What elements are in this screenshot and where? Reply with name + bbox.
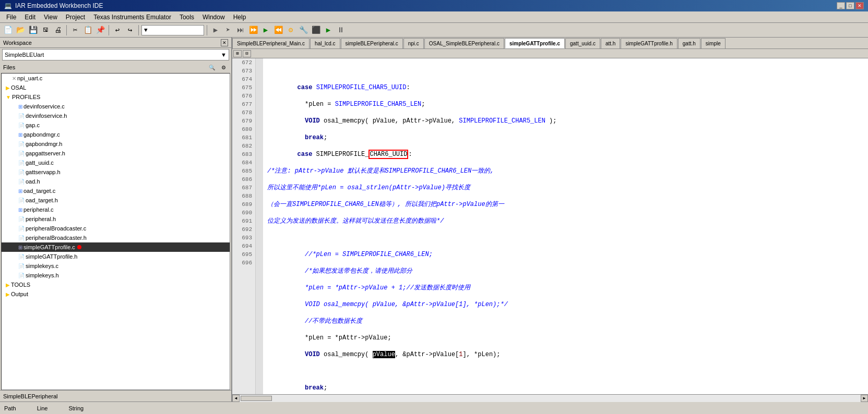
tab-main-c[interactable]: SimpleBLEPeripheral_Main.c: [232, 38, 310, 48]
menu-tools[interactable]: Tools: [175, 13, 198, 22]
ln-687: 687: [232, 184, 255, 192]
tb-btn-10[interactable]: ▶: [323, 25, 334, 36]
editor-btn-2[interactable]: ⊟: [243, 50, 251, 57]
tb-btn-6[interactable]: ⏪: [272, 25, 284, 36]
tree-tools[interactable]: ▶ TOOLS: [2, 280, 230, 289]
save-button[interactable]: 💾: [27, 25, 39, 36]
menu-project[interactable]: Project: [62, 13, 89, 22]
code-line-684: /*如果想发送带包长度，请使用此部分: [267, 267, 868, 275]
cut-button[interactable]: ✂: [69, 25, 81, 36]
status-path: Path: [4, 405, 16, 411]
tree-output[interactable]: ▶ Output: [2, 289, 230, 299]
tree-devinfoservice-h[interactable]: 📄 devinfoservice.h: [2, 111, 230, 120]
files-icon-1[interactable]: 🔍: [207, 63, 217, 72]
tree-oad-h[interactable]: 📄 oad.h: [2, 177, 230, 186]
tb-btn-9[interactable]: ⬛: [310, 25, 322, 36]
print-button[interactable]: 🖨: [52, 25, 64, 36]
tree-peripheralBroadcaster-h[interactable]: 📄 peripheralBroadcaster.h: [2, 233, 230, 242]
tree-npi-uart[interactable]: ✕ npi_uart.c: [2, 74, 230, 83]
paste-button[interactable]: 📌: [94, 25, 106, 36]
tb-btn-2[interactable]: ➤: [222, 25, 234, 36]
tree-item-label: peripheralBroadcaster.c: [26, 225, 86, 232]
hscroll-right[interactable]: ▶: [861, 395, 868, 402]
tab-att-h[interactable]: att.h: [601, 38, 620, 48]
tree-profiles[interactable]: ▼ PROFILES: [2, 92, 230, 102]
horizontal-scrollbar[interactable]: ◀ ▶: [232, 394, 868, 401]
tab-gatt-h[interactable]: gatt.h: [678, 38, 700, 48]
files-header: Files 🔍 ⚙: [0, 62, 231, 73]
tree-peripheral-c[interactable]: ⊞ peripheral.c: [2, 205, 230, 214]
menu-help[interactable]: Help: [229, 13, 251, 22]
tree-gapbondmgr-h[interactable]: 📄 gapbondmgr.h: [2, 139, 230, 149]
tree-peripheral-h[interactable]: 📄 peripheral.h: [2, 214, 230, 224]
hscroll-track[interactable]: [240, 395, 861, 402]
tree-gapgattserver-h[interactable]: 📄 gapgattserver.h: [2, 149, 230, 158]
tab-osal[interactable]: OSAL_SimpleBLEPeripheral.c: [424, 38, 504, 48]
tree-gatt-uuid-c[interactable]: 📄 gatt_uuid.c: [2, 158, 230, 167]
redo-button[interactable]: ↪: [124, 25, 136, 36]
tab-simple-gatt[interactable]: simpleGATTprofile.c: [505, 38, 565, 48]
maximize-button[interactable]: □: [846, 2, 854, 9]
sep4: [207, 25, 207, 35]
tab-gatt-uuid[interactable]: gatt_uuid.c: [565, 38, 600, 48]
copy-button[interactable]: 📋: [82, 25, 93, 36]
files-icon-2[interactable]: ⚙: [219, 63, 228, 72]
ln-686: 686: [232, 175, 255, 184]
menu-file[interactable]: File: [2, 13, 20, 22]
tb-btn-3[interactable]: ⏭: [235, 25, 246, 36]
bp-694: [256, 242, 263, 250]
tree-item-label: oad_target.c: [23, 188, 55, 194]
tb-btn-5[interactable]: ▶: [260, 25, 271, 36]
tab-simple[interactable]: simple: [701, 38, 726, 48]
workspace-dropdown[interactable]: SimpleBLEUart ▼: [2, 49, 229, 60]
open-button[interactable]: 📂: [15, 25, 26, 36]
tree-simpleGATTprofile-h[interactable]: 📄 simpleGATTprofile.h: [2, 252, 230, 261]
tree-item-label: gap.c: [26, 122, 40, 128]
save-all-button[interactable]: 🖫: [40, 25, 51, 36]
code-editor[interactable]: case SIMPLEPROFILE_CHAR5_UUID: *pLen = S…: [263, 58, 868, 394]
editor-btn-1[interactable]: ⊞: [233, 50, 242, 57]
code-line-682: [267, 234, 868, 242]
tree-simplekeys-h[interactable]: 📄 simplekeys.h: [2, 271, 230, 280]
tree-oad-target-c[interactable]: ⊞ oad_target.c: [2, 186, 230, 196]
tree-simplekeys-c[interactable]: 📄 simplekeys.c: [2, 261, 230, 271]
tree-osal[interactable]: ▶ OSAL: [2, 83, 230, 92]
minimize-button[interactable]: _: [837, 2, 845, 9]
tb-btn-1[interactable]: ▶: [210, 25, 221, 36]
close-button[interactable]: ✕: [855, 2, 864, 9]
hscroll-thumb[interactable]: [241, 396, 272, 401]
ln-675: 675: [232, 83, 255, 92]
tb-btn-7[interactable]: ⚙: [285, 25, 296, 36]
tree-gattservapp-h[interactable]: 📄 gattservapp.h: [2, 167, 230, 177]
menu-window[interactable]: Window: [198, 13, 229, 22]
tree-devinfoservice-c[interactable]: ⊞ devinfoservice.c: [2, 102, 230, 111]
tab-hal-lcd[interactable]: hal_lcd.c: [310, 38, 340, 48]
menu-ti-emulator[interactable]: Texas Instruments Emulator: [89, 13, 175, 22]
hscroll-left[interactable]: ◀: [232, 395, 240, 402]
tab-npi[interactable]: npi.c: [403, 38, 424, 48]
tree-simpleGATTprofile-c[interactable]: ⊞ simpleGATTprofile.c: [2, 242, 230, 252]
config-dropdown[interactable]: ▼: [141, 25, 204, 35]
undo-button[interactable]: ↩: [112, 25, 123, 36]
tree-oad-target-h[interactable]: 📄 oad_target.h: [2, 196, 230, 205]
tree-item-label: TOOLS: [11, 282, 30, 288]
workspace-close-button[interactable]: ✕: [221, 39, 228, 46]
tree-peripheralBroadcaster-c[interactable]: 📄 peripheralBroadcaster.c: [2, 224, 230, 233]
file-icon: 📄: [18, 235, 25, 241]
tb-btn-4[interactable]: ⏩: [247, 25, 259, 36]
tb-btn-8[interactable]: 🔧: [298, 25, 309, 36]
tab-simple-ble[interactable]: simpleBLEPeripheral.c: [341, 38, 403, 48]
code-line-690: [267, 367, 868, 375]
sep2: [109, 25, 109, 35]
menu-view[interactable]: View: [40, 13, 62, 22]
code-line-674: *pLen = SIMPLEPROFILE_CHAR5_LEN;: [267, 100, 868, 108]
code-line-687: //不带此包数据长度: [267, 317, 868, 325]
new-button[interactable]: 📄: [2, 25, 14, 36]
tree-gapbondmgr-c[interactable]: ⊞ gapbondmgr.c: [2, 130, 230, 139]
folder-open-icon: ▼: [6, 94, 11, 100]
tb-btn-11[interactable]: ⏸: [335, 25, 347, 36]
tab-gatt-h-simple[interactable]: simpleGATTprofile.h: [621, 38, 677, 48]
code-line-689: VOID osal_memcpy( pValue, &pAttr->pValue…: [267, 350, 868, 359]
menu-edit[interactable]: Edit: [20, 13, 40, 22]
tree-gap-c[interactable]: 📄 gap.c: [2, 120, 230, 130]
